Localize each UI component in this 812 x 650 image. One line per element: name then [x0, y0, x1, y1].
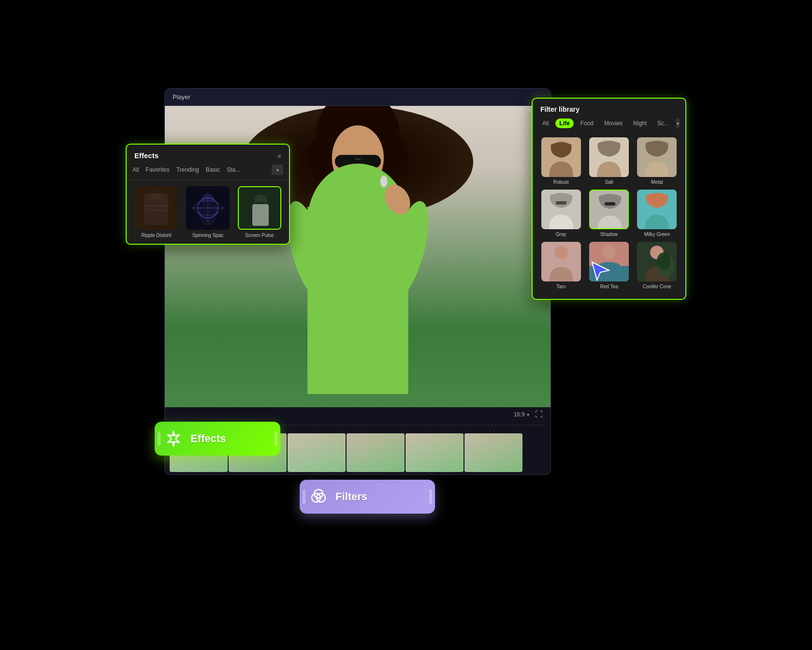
effects-tab-all[interactable]: All	[132, 165, 139, 174]
effect-label-pulse: Screen Pulse	[245, 233, 274, 238]
filter-label-salt: Salt	[605, 179, 613, 185]
effect-item-spinning[interactable]: Spinning Spac	[184, 186, 232, 238]
effects-dropdown-chevron: ▾	[276, 167, 279, 173]
filter-item-conifer[interactable]: Conifer Cone	[636, 242, 679, 289]
filter-label-redtea: Red Tea	[600, 284, 618, 289]
aspect-ratio-label[interactable]: 16:9 ▾	[514, 411, 529, 418]
effects-card-grip-left	[158, 431, 160, 446]
player-title: Player	[173, 93, 190, 101]
filter-header: Filter library	[533, 99, 685, 118]
svg-rect-19	[144, 193, 168, 225]
gray-svg	[541, 190, 581, 229]
filter-thumb-shadow	[589, 190, 629, 229]
effect-thumb-spinning	[186, 186, 230, 230]
effect-label-spinning: Spinning Spac	[192, 233, 224, 238]
effects-collapse-button[interactable]: «	[277, 152, 281, 160]
effects-tab-basic[interactable]: Basic	[206, 165, 220, 174]
svg-rect-40	[556, 201, 566, 205]
svg-point-27	[193, 201, 222, 215]
filter-tab-all[interactable]: All	[538, 118, 552, 128]
milkygreen-svg	[637, 190, 677, 229]
spinning-svg	[186, 186, 230, 230]
filter-dropdown-chevron: ▾	[677, 121, 679, 126]
effects-panel-title: Effects	[134, 151, 159, 160]
star-icon	[165, 430, 182, 447]
filters-card-grip-left	[303, 489, 305, 504]
effects-card-icon	[164, 429, 183, 448]
filter-panel-title: Filter library	[540, 105, 580, 113]
svg-point-54	[657, 252, 670, 270]
svg-point-50	[602, 246, 616, 259]
salt-svg	[589, 137, 629, 177]
effects-tab-sta[interactable]: Sta...	[227, 165, 240, 174]
strip-thumb-3	[288, 433, 346, 472]
filter-item-redtea[interactable]: Red Tea	[587, 242, 630, 289]
pulse-svg	[239, 187, 281, 230]
filter-thumb-metal	[637, 137, 677, 177]
filter-thumb-gray	[541, 190, 581, 229]
svg-point-47	[554, 246, 568, 259]
filter-item-robust[interactable]: Robust	[539, 137, 582, 185]
filter-thumb-redtea	[589, 242, 629, 281]
filter-tab-life[interactable]: Life	[555, 118, 573, 128]
effects-tab-favorites[interactable]: Favorites	[145, 165, 169, 174]
effects-card[interactable]: Effects	[155, 422, 280, 456]
filter-item-gray[interactable]: Gray	[539, 190, 582, 237]
filter-item-taro[interactable]: Taro	[539, 242, 582, 289]
effects-panel: Effects « All Favorites Trending Basic S…	[126, 144, 290, 245]
filter-thumb-salt	[589, 137, 629, 177]
effects-tabs: All Favorites Trending Basic Sta... ▾	[127, 164, 289, 180]
filter-label-shadow: Shadow	[600, 232, 618, 237]
effects-tab-dropdown[interactable]: ▾	[272, 164, 283, 175]
svg-point-14	[380, 176, 387, 187]
svg-point-17	[149, 193, 163, 207]
filter-tab-movies[interactable]: Movies	[600, 118, 626, 128]
player-titlebar: Player	[165, 89, 551, 106]
filter-tabs: All Life Food Movies Night Sc... ▾	[533, 118, 685, 133]
fullscreen-icon[interactable]: ⛶	[535, 410, 543, 419]
svg-rect-10	[307, 207, 408, 394]
effect-thumb-ripple	[134, 186, 178, 230]
filter-tab-dropdown[interactable]: ▾	[676, 118, 680, 129]
circles-icon	[310, 488, 327, 505]
main-scene: Player	[116, 59, 696, 591]
filter-tab-night[interactable]: Night	[629, 118, 651, 128]
effect-label-ripple: Ripple Distorti	[141, 233, 171, 238]
effects-card-grip-right	[275, 431, 277, 446]
filters-card-grip-right	[429, 489, 432, 504]
filter-label-conifer: Conifer Cone	[643, 284, 671, 289]
robust-svg	[541, 137, 581, 177]
strip-thumb-6	[464, 433, 522, 472]
redtea-svg	[589, 242, 629, 281]
filter-item-milkygreen[interactable]: Milky Green	[636, 190, 679, 237]
filter-item-metal[interactable]: Metal	[636, 137, 679, 185]
filter-grid: Robust Salt	[533, 133, 685, 293]
filter-tab-sc[interactable]: Sc...	[653, 118, 673, 128]
conifer-svg	[637, 242, 677, 281]
filter-thumb-taro	[541, 242, 581, 281]
shadow-svg	[590, 191, 629, 229]
filter-thumb-milkygreen	[637, 190, 677, 229]
filter-label-gray: Gray	[556, 232, 566, 237]
filter-tab-food[interactable]: Food	[577, 118, 597, 128]
svg-point-18	[145, 199, 167, 226]
filter-label-taro: Taro	[556, 284, 566, 289]
filters-card-label: Filters	[335, 490, 367, 503]
metal-svg	[637, 137, 677, 177]
effect-item-pulse[interactable]: Screen Pulse	[235, 186, 283, 238]
effect-item-ripple[interactable]: Ripple Distorti	[132, 186, 180, 238]
effects-header: Effects «	[127, 145, 289, 164]
filter-thumb-robust	[541, 137, 581, 177]
filters-card[interactable]: Filters	[300, 480, 435, 514]
filter-item-shadow[interactable]: Shadow	[587, 190, 630, 237]
filters-card-icon	[309, 488, 328, 506]
filter-label-robust: Robust	[553, 179, 569, 185]
filter-label-metal: Metal	[651, 179, 663, 185]
effects-grid: Ripple Distorti Spinning Spac	[127, 180, 289, 244]
strip-thumb-5	[406, 433, 464, 472]
filter-label-milkygreen: Milky Green	[644, 232, 670, 237]
timeline-controls: 16:9 ▾ ⛶	[165, 407, 551, 422]
effects-tab-trending[interactable]: Trending	[176, 165, 199, 174]
filter-item-salt[interactable]: Salt	[587, 137, 630, 185]
player-window: Player	[164, 88, 551, 427]
